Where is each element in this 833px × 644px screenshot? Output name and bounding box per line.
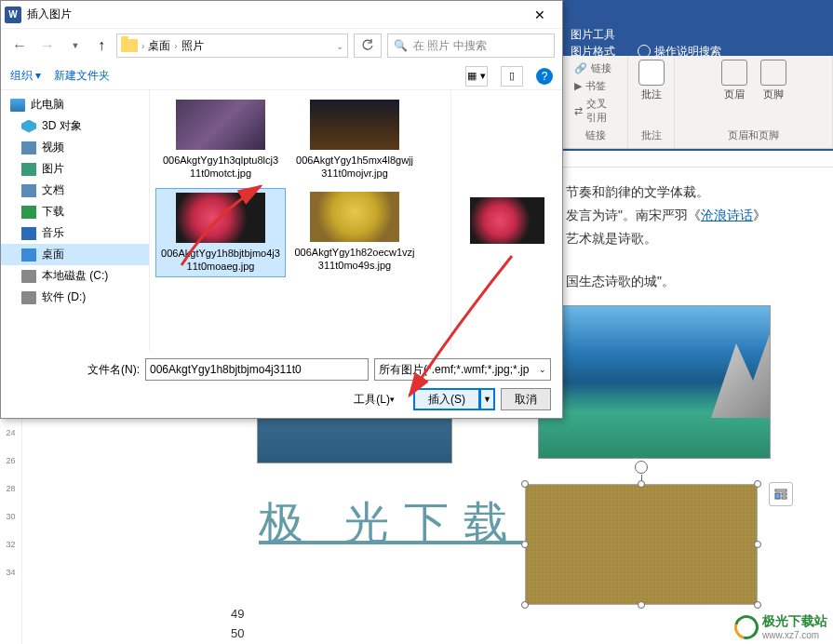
- tree-3d[interactable]: 3D 对象: [1, 115, 149, 137]
- resize-handle-nw[interactable]: [521, 480, 529, 488]
- desktop-icon: [21, 248, 36, 262]
- cmd-crossref[interactable]: ⇄交叉引用: [571, 95, 620, 127]
- disk-icon: [21, 270, 36, 283]
- file-grid: 006AkgtYgy1h3qlptu8lcj311t0motct.jpg 006…: [150, 90, 450, 351]
- tree-desktop[interactable]: 桌面: [1, 244, 149, 265]
- group-label-links: 链接: [585, 127, 606, 144]
- video-icon: [21, 141, 36, 154]
- insert-dropdown-arrow[interactable]: ▼: [480, 388, 495, 410]
- refresh-button[interactable]: [354, 34, 382, 58]
- selected-shape[interactable]: [525, 484, 758, 605]
- tree-music[interactable]: 音乐: [1, 222, 149, 244]
- cmd-bookmark[interactable]: ▶书签: [571, 77, 620, 95]
- svg-rect-3: [782, 497, 786, 499]
- organize-button[interactable]: 组织 ▾: [10, 68, 41, 84]
- tools-dropdown[interactable]: 工具(L): [341, 388, 408, 410]
- insert-button[interactable]: 插入(S) ▼: [413, 388, 495, 410]
- header-icon: [721, 60, 747, 86]
- dialog-title: 插入图片: [27, 7, 72, 22]
- file-item[interactable]: 006AkgtYgy1h82oecw1vzj311t0mo49s.jpg: [289, 188, 420, 278]
- bookmark-icon: ▶: [574, 80, 582, 92]
- insert-picture-dialog: W 插入图片 ✕ ← → ▼ ↑ › 桌面 › 照片 ⌄ 🔍 在 照片 中搜索 …: [0, 0, 563, 419]
- resize-handle-se[interactable]: [754, 601, 761, 609]
- doc-text-block: 节奏和韵律的文学体裁。 发言为诗"。南宋严羽《沧浪诗话》 艺术就是诗歌。 国生态…: [566, 181, 766, 293]
- resize-handle-e[interactable]: [754, 541, 761, 548]
- word-icon: W: [5, 7, 21, 23]
- group-label-hf: 页眉和页脚: [728, 127, 779, 144]
- text-line: 节奏和韵律的文学体裁。: [566, 181, 766, 204]
- tree-disk-c[interactable]: 本地磁盘 (C:): [1, 265, 149, 287]
- cmd-comment[interactable]: 批注: [638, 60, 665, 101]
- tree-downloads[interactable]: 下载: [1, 201, 149, 222]
- file-item[interactable]: 006AkgtYgy1h5mx4l8gwjj311t0mojvr.jpg: [289, 96, 420, 184]
- help-button[interactable]: ?: [536, 68, 553, 85]
- hyperlink[interactable]: 沧浪诗话: [701, 208, 753, 222]
- cmd-footer[interactable]: 页脚: [760, 60, 786, 101]
- doc-numbers: 49 50: [231, 605, 244, 644]
- folder-tree: 此电脑 3D 对象 视频 图片 文档 下载 音乐 桌面 本地磁盘 (C:) 软件…: [1, 90, 150, 351]
- svg-rect-2: [782, 493, 786, 495]
- cmd-link[interactable]: 🔗链接: [571, 60, 620, 77]
- close-button[interactable]: ✕: [521, 2, 558, 28]
- watermark-text: 极 光下载: [259, 493, 523, 553]
- newfolder-button[interactable]: 新建文件夹: [54, 68, 110, 84]
- pc-icon: [10, 99, 25, 112]
- site-logo: 极光下载站 www.xz7.com: [734, 613, 827, 640]
- filename-input[interactable]: [145, 358, 369, 381]
- tree-disk-d[interactable]: 软件 (D:): [1, 287, 149, 308]
- breadcrumb-seg[interactable]: 照片: [181, 38, 204, 54]
- download-icon: [21, 206, 36, 219]
- link-icon: 🔗: [574, 62, 587, 74]
- dialog-toolbar: 组织 ▾ 新建文件夹 ▦ ▾ ▯ ?: [1, 62, 562, 90]
- file-type-filter[interactable]: 所有图片(*.emf;*.wmf;*.jpg;*.jp⌄: [374, 358, 551, 381]
- file-item-selected[interactable]: 006AkgtYgy1h8bjtbjmo4j311t0moaeg.jpg: [155, 188, 286, 278]
- preview-pane-button[interactable]: ▯: [501, 66, 523, 87]
- view-mode-button[interactable]: ▦ ▾: [465, 66, 488, 87]
- breadcrumb[interactable]: › 桌面 › 照片 ⌄: [116, 34, 348, 58]
- file-thumb: [176, 100, 265, 150]
- disk-icon: [21, 291, 36, 304]
- tree-pc[interactable]: 此电脑: [1, 94, 149, 115]
- search-input[interactable]: 🔍 在 照片 中搜索: [387, 34, 555, 58]
- nav-recent-dropdown[interactable]: ▼: [64, 34, 87, 57]
- cmd-header[interactable]: 页眉: [721, 60, 747, 101]
- nav-forward-button[interactable]: →: [36, 34, 59, 57]
- svg-rect-1: [775, 493, 780, 499]
- text-line: 国生态诗歌的城"。: [566, 270, 766, 293]
- resize-handle-w[interactable]: [521, 541, 529, 548]
- nav-up-button[interactable]: ↑: [92, 36, 111, 55]
- dialog-nav: ← → ▼ ↑ › 桌面 › 照片 ⌄ 🔍 在 照片 中搜索: [1, 29, 562, 62]
- nav-back-button[interactable]: ←: [8, 34, 31, 57]
- preview-image: [470, 197, 544, 244]
- cancel-button[interactable]: 取消: [501, 388, 551, 410]
- breadcrumb-seg[interactable]: 桌面: [148, 38, 170, 54]
- resize-handle-ne[interactable]: [754, 480, 761, 488]
- doc-icon: [21, 184, 36, 197]
- folder-icon: [121, 39, 138, 52]
- layout-options-button[interactable]: [769, 482, 793, 506]
- footer-icon: [760, 60, 786, 86]
- file-thumb: [176, 193, 265, 243]
- rotate-handle[interactable]: [635, 461, 648, 474]
- music-icon: [21, 227, 36, 240]
- logo-icon: [730, 610, 763, 644]
- search-icon: 🔍: [394, 39, 408, 52]
- resize-handle-s[interactable]: [638, 601, 645, 609]
- tree-pictures[interactable]: 图片: [1, 158, 149, 180]
- tree-docs[interactable]: 文档: [1, 180, 149, 201]
- svg-rect-0: [775, 490, 786, 491]
- text-line: 艺术就是诗歌。: [566, 227, 766, 250]
- preview-pane: [450, 90, 562, 351]
- resize-handle-n[interactable]: [638, 480, 645, 488]
- file-item[interactable]: 006AkgtYgy1h3qlptu8lcj311t0motct.jpg: [155, 96, 286, 184]
- 3d-icon: [21, 120, 36, 133]
- crossref-icon: ⇄: [574, 105, 583, 117]
- breadcrumb-dropdown[interactable]: ⌄: [336, 41, 343, 51]
- dialog-body: 此电脑 3D 对象 视频 图片 文档 下载 音乐 桌面 本地磁盘 (C:) 软件…: [1, 90, 562, 351]
- group-label-comment: 批注: [641, 127, 662, 144]
- doc-image-2[interactable]: [538, 305, 771, 459]
- resize-handle-sw[interactable]: [521, 601, 529, 609]
- tree-video[interactable]: 视频: [1, 137, 149, 158]
- dialog-footer: 文件名(N): 所有图片(*.emf;*.wmf;*.jpg;*.jp⌄ 工具(…: [1, 351, 562, 425]
- word-commands: 🔗链接 ▶书签 ⇄交叉引用 链接 批注 批注 页眉 页脚 页眉和页脚: [563, 56, 833, 149]
